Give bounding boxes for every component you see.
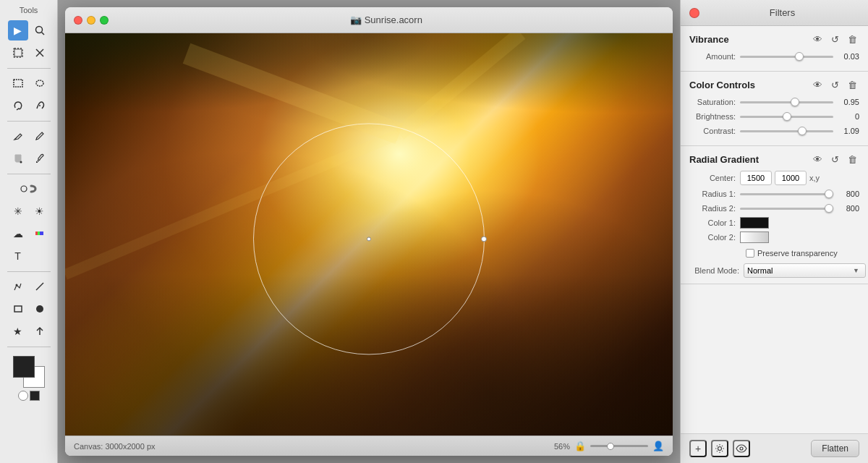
vibrance-reset-icon[interactable]: ↺ [827, 32, 842, 46]
tool-colors2[interactable] [30, 224, 50, 244]
brightness-row: Brightness: 0 [689, 111, 859, 122]
canvas-area[interactable] [65, 33, 673, 436]
brightness-slider[interactable] [740, 116, 833, 118]
window-icon: 📷 [350, 14, 365, 25]
color2-swatch[interactable] [740, 232, 769, 243]
swap-colors-icon[interactable] [30, 391, 40, 401]
radius1-slider[interactable] [740, 193, 833, 195]
tool-paint[interactable] [8, 148, 28, 169]
swatch-small-controls [18, 391, 40, 401]
zoom-slider-thumb [607, 443, 614, 450]
tools-panel: Tools ▶ [0, 0, 58, 463]
filters-header: Filters [681, 0, 868, 26]
color1-row: Color 1: [689, 217, 859, 229]
color-controls-delete-icon[interactable]: 🗑 [845, 77, 859, 92]
tool-row-8: ☁ [8, 224, 50, 244]
radial-gradient-title: Radial Gradient [689, 154, 810, 165]
tool-select[interactable]: ▶ [8, 20, 28, 41]
color1-label: Color 1: [689, 218, 740, 227]
filter-eye-button[interactable] [733, 440, 750, 457]
tool-cloud[interactable]: ☁ [8, 224, 28, 244]
color-swatches[interactable] [13, 356, 45, 388]
tool-rect-select[interactable] [8, 73, 28, 93]
close-button[interactable] [74, 16, 82, 25]
maximize-button[interactable] [100, 16, 109, 25]
color2-row: Color 2: [689, 232, 859, 243]
svg-rect-14 [40, 232, 43, 235]
tool-zoom[interactable] [30, 20, 50, 41]
preserve-transparency-label: Preserve transparency [757, 249, 838, 258]
tool-row-12: ★ [8, 321, 50, 341]
radial-gradient-section: Radial Gradient 👁 ↺ 🗑 Center: x,y Radius… [681, 146, 868, 284]
svg-point-0 [35, 27, 42, 33]
color-controls-header: Color Controls 👁 ↺ 🗑 [689, 77, 859, 92]
tool-eyedropper[interactable] [30, 148, 50, 169]
tool-magic-select[interactable] [30, 95, 50, 116]
vibrance-slider-container [740, 51, 833, 62]
filter-settings-button[interactable] [711, 440, 728, 457]
vibrance-header: Vibrance 👁 ↺ 🗑 [689, 32, 859, 46]
radial-gradient-eye-icon[interactable]: 👁 [810, 152, 825, 166]
radius2-label: Radius 2: [689, 204, 740, 213]
vibrance-eye-icon[interactable]: 👁 [810, 32, 825, 46]
color-controls-reset-icon[interactable]: ↺ [827, 77, 842, 92]
tool-pencil[interactable] [8, 126, 28, 146]
tool-ellipse-select[interactable] [30, 73, 50, 93]
tool-crop[interactable] [8, 43, 28, 63]
flatten-button[interactable]: Flatten [811, 440, 859, 457]
reset-colors-icon[interactable] [18, 391, 28, 401]
center-row: Center: x,y [689, 171, 859, 185]
vibrance-amount-slider[interactable] [740, 56, 833, 58]
tool-star[interactable]: ★ [8, 321, 28, 341]
tool-vector-line[interactable] [30, 276, 50, 297]
center-x-input[interactable] [740, 171, 772, 185]
minimize-button[interactable] [87, 16, 95, 25]
tool-sun[interactable]: ☀ [30, 201, 50, 221]
center-y-input[interactable] [775, 171, 807, 185]
tool-rect-shape[interactable] [8, 299, 28, 319]
add-filter-button[interactable]: + [689, 440, 707, 457]
blend-mode-select[interactable]: Normal Multiply Screen Overlay Darken Li… [744, 263, 866, 278]
person-icon: 👤 [652, 441, 664, 451]
vibrance-amount-row: Amount: 0.03 [689, 51, 859, 62]
radius2-slider[interactable] [740, 208, 833, 210]
radius1-value: 800 [833, 190, 859, 198]
tool-row-4 [8, 95, 50, 116]
zoom-slider[interactable] [590, 445, 648, 447]
contrast-label: Contrast: [689, 127, 740, 135]
color-controls-eye-icon[interactable]: 👁 [810, 77, 825, 92]
vibrance-delete-icon[interactable]: 🗑 [845, 32, 859, 46]
tool-circle-shape[interactable] [30, 299, 50, 319]
radial-gradient-reset-icon[interactable]: ↺ [827, 152, 842, 166]
filters-close-button[interactable] [689, 8, 699, 18]
svg-point-10 [20, 161, 22, 163]
canvas-image [65, 33, 673, 436]
tool-text[interactable]: T [8, 246, 28, 266]
radius1-row: Radius 1: 800 [689, 188, 859, 200]
divider-4 [7, 271, 51, 272]
tool-transform[interactable] [30, 43, 50, 63]
svg-point-7 [36, 80, 43, 86]
tool-arrow[interactable] [30, 321, 50, 341]
tool-vector[interactable] [8, 276, 28, 297]
saturation-slider[interactable] [740, 101, 833, 103]
preserve-transparency-checkbox[interactable] [746, 249, 754, 258]
svg-rect-6 [14, 80, 22, 87]
contrast-slider[interactable] [740, 130, 833, 132]
vibrance-section: Vibrance 👁 ↺ 🗑 Amount: 0.03 [681, 26, 868, 72]
selection-handle-edge[interactable] [481, 236, 487, 242]
color1-swatch[interactable] [740, 217, 769, 229]
radius1-label: Radius 1: [689, 190, 740, 198]
selection-circle[interactable] [253, 123, 485, 354]
tool-lasso[interactable] [8, 95, 28, 116]
radial-gradient-icons: 👁 ↺ 🗑 [810, 152, 859, 166]
tool-effects[interactable]: ✳ [8, 201, 28, 221]
tool-clone[interactable] [19, 179, 39, 199]
selection-handle-center[interactable] [367, 237, 371, 241]
tool-brush[interactable] [30, 126, 50, 146]
svg-point-15 [15, 284, 17, 286]
radial-gradient-delete-icon[interactable]: 🗑 [845, 152, 859, 166]
center-label: Center: [689, 174, 740, 182]
foreground-color-swatch[interactable] [13, 356, 35, 378]
tool-row-10 [8, 276, 50, 297]
